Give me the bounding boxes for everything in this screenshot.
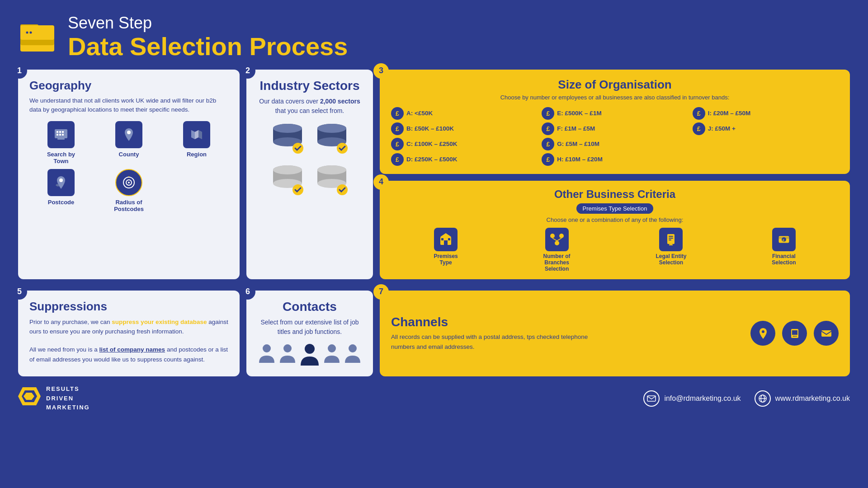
svg-rect-7 [57, 131, 58, 133]
geo-search-by-town: Search byTown [29, 121, 93, 164]
pound-icon-i: £ [693, 107, 705, 120]
premises-badge: Premises Type Selection [576, 203, 654, 214]
footer-email-item: info@rdmarketing.co.uk [643, 390, 741, 407]
svg-point-4 [26, 31, 28, 33]
size-item-b: £ B: £50K – £100K [391, 122, 537, 135]
county-label: County [119, 151, 139, 158]
step3-title: Size of Organisation [391, 78, 839, 92]
size-item-e: £ E: £500K – £1M [542, 107, 688, 120]
size-item-f: £ F: £1M – £5M [542, 122, 688, 135]
contacts-icons [258, 343, 361, 367]
svg-point-38 [317, 165, 346, 174]
pound-icon-j: £ [693, 122, 705, 135]
step3-card: 3 Size of Organisation Choose by number … [380, 70, 850, 174]
db-icon-1 [267, 120, 308, 158]
pound-icon-e: £ [542, 107, 554, 120]
person-icon-2 [279, 343, 296, 365]
svg-rect-64 [792, 330, 797, 335]
step2-body: Our data covers over 2,000 sectors that … [255, 97, 364, 116]
svg-rect-67 [796, 336, 797, 337]
svg-rect-50 [669, 238, 673, 239]
county-icon [115, 121, 142, 148]
svg-point-46 [559, 234, 564, 238]
svg-rect-68 [821, 330, 831, 337]
svg-point-14 [127, 131, 131, 134]
channels-icons [750, 321, 839, 346]
legal-entity: Legal EntitySelection [656, 228, 686, 266]
pound-icon-b: £ [391, 122, 404, 135]
search-by-town-label: Search byTown [47, 151, 75, 164]
step2-card: 2 Industry Sectors Our data covers over … [246, 70, 373, 279]
svg-point-60 [328, 344, 336, 352]
svg-rect-72 [647, 396, 656, 401]
step6-card: 6 Contacts Select from our extensive lis… [246, 291, 373, 376]
geo-postcode: Postcode [29, 169, 93, 212]
logo-icon [18, 19, 59, 55]
svg-marker-42 [440, 233, 451, 237]
branches-selection: Number ofBranchesSelection [543, 228, 571, 272]
step4-card: 4 Other Business Criteria Premises Type … [380, 181, 850, 279]
size-item-i: £ I: £20M – £50M [693, 107, 839, 120]
step5-card: 5 Suppressions Prior to any purchase, we… [18, 291, 240, 376]
pound-icon-c: £ [391, 138, 404, 150]
step5-body2: All we need from you is a list of compan… [29, 345, 228, 364]
step5-body1: Prior to any purchase, we can suppress y… [29, 317, 228, 337]
step6-number: 6 [240, 284, 255, 300]
region-label: Region [187, 151, 207, 158]
svg-rect-12 [62, 134, 64, 136]
svg-point-59 [305, 344, 315, 354]
svg-point-23 [273, 124, 302, 133]
size-item-empty2 [693, 153, 839, 166]
person-icon-4 [323, 343, 340, 365]
header-text: Seven Step Data Selection Process [68, 14, 348, 61]
search-by-town-icon [47, 121, 75, 148]
bottom-grid: 5 Suppressions Prior to any purchase, we… [0, 291, 868, 381]
pound-icon-g: £ [542, 138, 554, 150]
telephone-icon [782, 321, 807, 346]
step7-body: All records can be supplied with a posta… [391, 332, 599, 352]
step5-number: 5 [12, 284, 27, 300]
branches-icon [545, 228, 569, 251]
premises-type-icon [434, 228, 458, 251]
svg-point-28 [317, 124, 346, 133]
step4-icons: PremisesType Number ofBranchesSelection [391, 228, 839, 272]
database-icons [267, 120, 352, 200]
svg-rect-8 [59, 131, 61, 133]
svg-rect-10 [57, 134, 58, 136]
svg-rect-3 [20, 25, 54, 40]
svg-rect-48 [667, 234, 675, 244]
step6-title: Contacts [283, 300, 337, 314]
header: Seven Step Data Selection Process [0, 0, 868, 65]
svg-rect-56 [778, 237, 789, 239]
size-item-j: £ J: £50M + [693, 122, 839, 135]
size-item-a: £ A: <£50K [391, 107, 537, 120]
geo-region: Region [165, 121, 228, 164]
db-icon-3 [267, 162, 308, 200]
size-item-d: £ D: £250K – £500K [391, 153, 537, 166]
region-icon [183, 121, 210, 148]
svg-rect-9 [62, 131, 64, 133]
pound-icon-a: £ [391, 107, 404, 120]
list-of-company-names-link: list of company names [99, 346, 165, 353]
step3-items: £ A: <£50K £ E: £500K – £1M £ I: £20M – … [391, 107, 839, 166]
footer-email: info@rdmarketing.co.uk [664, 394, 741, 403]
right-column: 3 Size of Organisation Choose by number … [380, 70, 850, 279]
footer-website: www.rdmarketing.co.uk [775, 394, 850, 403]
svg-rect-44 [448, 238, 450, 240]
premises-type: PremisesType [434, 228, 458, 266]
header-title: Data Selection Process [68, 33, 348, 61]
step7-number: 7 [373, 284, 389, 300]
svg-point-18 [128, 182, 130, 183]
person-icon-3-dark [300, 343, 320, 367]
svg-point-33 [273, 165, 302, 174]
geography-icons: Search byTown County [29, 121, 228, 212]
header-subtitle: Seven Step [68, 14, 348, 33]
financial-icon: £ [772, 228, 796, 251]
person-icon-5 [344, 343, 361, 365]
svg-point-45 [550, 234, 555, 238]
footer: RESULTSDRIVENMARKETING info@rdmarketing.… [0, 381, 868, 416]
financial-selection-label: FinancialSelection [772, 253, 796, 266]
footer-website-item: www.rdmarketing.co.uk [755, 390, 850, 407]
location-icon [750, 321, 775, 346]
db-icon-2 [311, 120, 352, 158]
